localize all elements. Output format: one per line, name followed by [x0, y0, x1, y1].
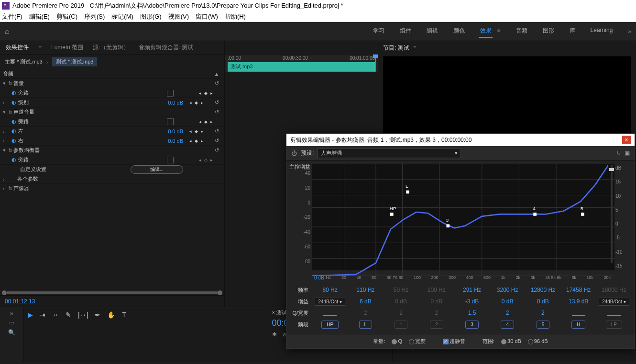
menu-graphic[interactable]: 图形(G)	[140, 12, 162, 21]
fx-channel-volume[interactable]: 声道音量	[13, 108, 212, 116]
fx-channel-left[interactable]: 左	[18, 128, 154, 135]
clip-bar[interactable]: 测试.mp3	[228, 62, 375, 72]
band-value[interactable]: 2	[348, 310, 383, 316]
slope-select[interactable]: 24dB/Oct ▾	[315, 298, 345, 306]
band-button-5[interactable]: 5	[537, 321, 550, 329]
search-icon[interactable]: 🔍	[8, 329, 15, 336]
shelf-shape-icon[interactable]	[312, 309, 348, 317]
eq-graph[interactable]: HPL345	[312, 163, 614, 270]
keyframe-nav[interactable]: ◂◇▸	[193, 158, 221, 162]
menu-sequence[interactable]: 序列(S)	[84, 12, 105, 21]
band-value[interactable]: -3 dB	[454, 298, 490, 305]
workspace-overflow-icon[interactable]: »	[628, 28, 631, 35]
radio-96db[interactable]: 96 dB	[528, 338, 548, 344]
fx-parameq-bypass[interactable]: 旁路	[18, 156, 167, 163]
tab-source[interactable]: 源:（无剪辑）	[93, 43, 129, 52]
master-gain-slider[interactable]	[611, 165, 613, 263]
band-value[interactable]: 18000 Hz	[596, 287, 632, 293]
chevron-right-icon[interactable]: ›	[3, 186, 9, 192]
ws-effects-menu-icon[interactable]: ≡	[496, 25, 502, 38]
close-panel-icon[interactable]: ▣	[625, 150, 630, 157]
power-icon[interactable]: ⏻	[291, 150, 297, 157]
close-icon[interactable]: ×	[622, 136, 631, 144]
ws-audio[interactable]: 音频	[515, 25, 528, 38]
eq-point-HP[interactable]	[390, 213, 394, 216]
band-value[interactable]: 17458 Hz	[561, 287, 596, 293]
reset-icon[interactable]: ↺	[212, 109, 221, 115]
chevron-right-icon[interactable]: ›	[3, 100, 9, 106]
shelf-shape-icon[interactable]	[596, 309, 632, 317]
menu-view[interactable]: 视图(V)	[168, 12, 189, 21]
keyframe-nav[interactable]: ◂◆▸	[193, 119, 221, 124]
eq-point-4[interactable]	[533, 213, 537, 216]
timeline-ruler[interactable]: :00:00 00:00:30:00 00:01:00:00	[225, 54, 378, 62]
stopwatch-icon[interactable]: ◐	[11, 138, 16, 144]
menu-marker[interactable]: 标记(M)	[111, 12, 133, 21]
project-view-icon[interactable]: ▭	[9, 320, 14, 326]
band-value[interactable]: 2	[419, 310, 454, 316]
selection-tool-icon[interactable]: ▶	[28, 311, 33, 319]
keyframe-nav[interactable]: ◂◆▸	[183, 139, 212, 143]
band-value[interactable]: 12800 Hz	[525, 287, 560, 293]
fx-volume-bypass[interactable]: 旁路	[18, 89, 167, 96]
fx-panner[interactable]: 声像器	[13, 185, 221, 192]
menu-help[interactable]: 帮助(H)	[225, 12, 246, 21]
radio-30db[interactable]: 30 dB	[501, 338, 521, 344]
band-value[interactable]: 2	[490, 310, 525, 316]
chevron-down-icon[interactable]: ▾	[3, 80, 9, 86]
stopwatch-icon[interactable]: ◐	[11, 90, 16, 96]
reset-icon[interactable]: ↺	[212, 99, 221, 106]
chevron-right-icon[interactable]: ›	[3, 176, 9, 182]
tab-menu-icon[interactable]: ≡	[38, 44, 42, 51]
band-value[interactable]: 0 dB	[419, 298, 454, 305]
stopwatch-icon[interactable]: ◐	[11, 118, 16, 125]
band-value[interactable]: 200 Hz	[419, 287, 454, 293]
ws-effects[interactable]: 效果	[479, 25, 493, 38]
fx-volume[interactable]: 音量	[13, 80, 212, 87]
ws-editing[interactable]: 编辑	[426, 25, 439, 38]
bypass-checkbox[interactable]	[167, 157, 174, 163]
reset-icon[interactable]: ↺	[212, 80, 221, 86]
ws-graphics[interactable]: 图形	[542, 25, 555, 38]
track-select-tool-icon[interactable]: ⇥	[40, 311, 45, 319]
tab-lumetri-scopes[interactable]: Lumetri 范围	[51, 43, 83, 52]
snap-icon[interactable]: ✱	[272, 331, 277, 338]
band-value[interactable]: 1.5	[454, 310, 490, 316]
chevron-right-icon[interactable]: ›	[3, 138, 9, 144]
fx-channel-left-val[interactable]: 0.0 dB	[154, 128, 183, 134]
ws-learning-en[interactable]: Learning	[590, 25, 614, 38]
menu-file[interactable]: 文件(F)	[2, 12, 22, 21]
menu-window[interactable]: 窗口(W)	[196, 12, 218, 21]
eq-point-L[interactable]	[406, 191, 409, 194]
fx-channel-right[interactable]: 右	[18, 137, 154, 144]
band-value[interactable]: 13.9 dB	[561, 298, 596, 305]
reset-icon[interactable]: ↺	[212, 138, 221, 144]
bypass-checkbox[interactable]	[167, 90, 174, 96]
timecode-display[interactable]: 00:01:12:13	[5, 298, 35, 305]
fx-volume-level[interactable]: 级别	[18, 99, 154, 106]
band-button-4[interactable]: 4	[501, 321, 514, 329]
fx-param-eq[interactable]: 参数均衡器	[13, 147, 212, 154]
band-value[interactable]: 2	[383, 310, 418, 316]
ripple-tool-icon[interactable]: ↔	[52, 311, 59, 319]
panel-menu-icon[interactable]: ≡	[413, 44, 417, 51]
editor-titlebar[interactable]: 剪辑效果编辑器 - 参数均衡器: 音频 1，测试.mp3，效果 3，00:00:…	[286, 134, 635, 146]
tab-effect-controls[interactable]: 效果控件	[6, 43, 29, 52]
preset-dropdown[interactable]: 人声增强 ▾	[318, 149, 461, 158]
band-value[interactable]: 291 Hz	[454, 287, 490, 293]
keyframe-nav[interactable]: ◂◆▸	[183, 100, 212, 105]
chevron-down-icon[interactable]: ▾	[3, 109, 9, 115]
radio-width[interactable]: 宽度	[409, 338, 426, 345]
edit-button[interactable]: 编辑...	[131, 165, 183, 174]
band-button-h[interactable]: H	[571, 321, 585, 329]
playhead-icon[interactable]	[375, 54, 376, 72]
keyframe-nav[interactable]: ◂◆▸	[183, 129, 212, 134]
route-icon[interactable]: ↳	[616, 150, 621, 157]
breadcrumb-parent[interactable]: 主要 * 测试.mp3	[5, 58, 43, 65]
band-value[interactable]: 0 dB	[525, 298, 560, 305]
menu-clip[interactable]: 剪辑(C)	[56, 12, 77, 21]
reset-icon[interactable]: ↺	[212, 128, 221, 134]
menu-edit[interactable]: 编辑(E)	[29, 12, 50, 21]
ws-assembly[interactable]: 组件	[399, 25, 412, 38]
slope-select[interactable]: 24dB/Oct ▾	[599, 298, 629, 306]
